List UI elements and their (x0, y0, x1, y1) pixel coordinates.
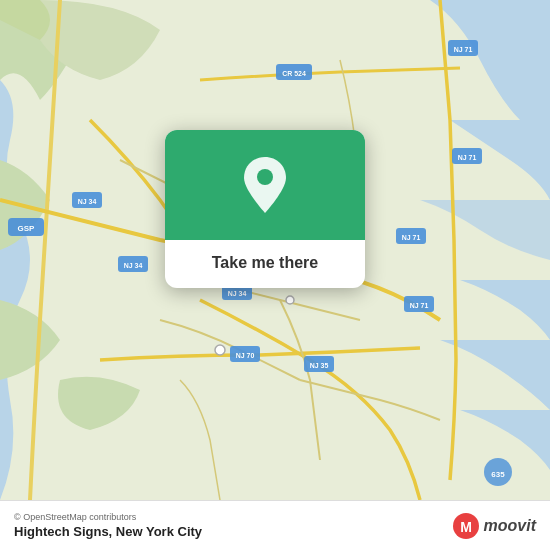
svg-text:NJ 70: NJ 70 (236, 352, 255, 359)
svg-text:635: 635 (491, 470, 505, 479)
popup-header (165, 130, 365, 240)
svg-text:NJ 71: NJ 71 (454, 46, 473, 53)
svg-text:NJ 34: NJ 34 (228, 290, 247, 297)
map-attribution: © OpenStreetMap contributors (14, 512, 202, 522)
location-label: Hightech Signs, New York City (14, 524, 202, 539)
moovit-logo: M moovit (452, 512, 536, 540)
location-pin-icon (240, 155, 290, 215)
svg-text:M: M (460, 519, 472, 535)
svg-text:CR 524: CR 524 (282, 70, 306, 77)
bottom-info: © OpenStreetMap contributors Hightech Si… (14, 512, 202, 539)
popup-card: Take me there (165, 130, 365, 288)
moovit-icon: M (452, 512, 480, 540)
map-container: GSP NJ 34 NJ 34 NJ 34 NJ 71 NJ 71 NJ 71 … (0, 0, 550, 500)
svg-text:NJ 34: NJ 34 (78, 198, 97, 205)
svg-text:NJ 71: NJ 71 (458, 154, 477, 161)
take-me-there-button[interactable]: Take me there (212, 254, 318, 272)
bottom-bar: © OpenStreetMap contributors Hightech Si… (0, 500, 550, 550)
svg-point-25 (215, 345, 225, 355)
moovit-text: moovit (484, 517, 536, 535)
svg-point-27 (257, 169, 273, 185)
svg-text:NJ 71: NJ 71 (402, 234, 421, 241)
svg-text:GSP: GSP (18, 224, 36, 233)
popup-body: Take me there (192, 240, 338, 288)
svg-point-26 (286, 296, 294, 304)
svg-text:NJ 35: NJ 35 (310, 362, 329, 369)
svg-text:NJ 71: NJ 71 (410, 302, 429, 309)
svg-text:NJ 34: NJ 34 (124, 262, 143, 269)
